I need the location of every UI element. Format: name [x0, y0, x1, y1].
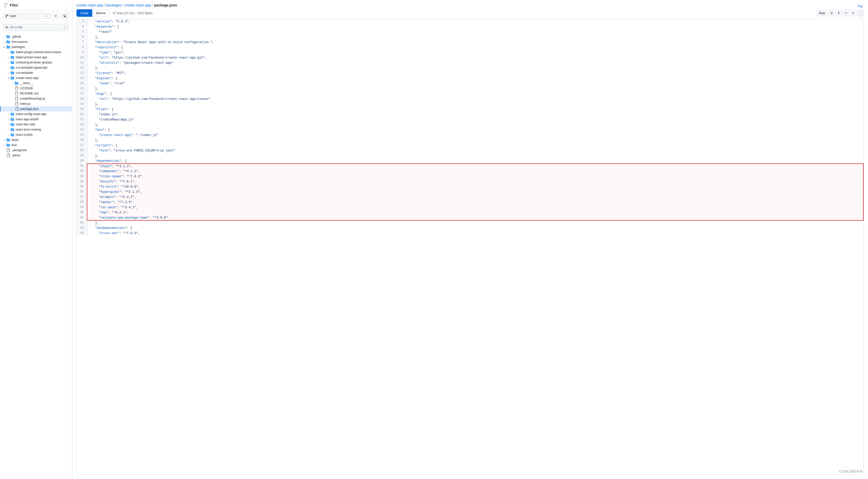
line-code: "index.js", [87, 112, 863, 117]
line-number: 6 [77, 35, 87, 40]
line-code: "fs-extra": "^10.0.0", [87, 184, 863, 190]
tree-item-createReactApp.js[interactable]: createReactApp.js [0, 96, 72, 101]
line-number: 25 [77, 133, 87, 138]
goto-file-label: Go to file [10, 26, 23, 29]
tree-item-create-react-app[interactable]: ▾create-react-app [0, 75, 72, 80]
file-icon [14, 92, 19, 95]
line-number: 15 [77, 81, 87, 86]
file-icon [14, 97, 19, 100]
tree-item-.alexignore[interactable]: .alexignore [0, 148, 72, 153]
tree-item-cra-template-typescript[interactable]: ›cra-template-typescript [0, 65, 72, 70]
branch-name: main [9, 14, 16, 18]
tree-item-label: create-react-app [16, 76, 38, 80]
table-row: 22 "createReactApp.js" [77, 117, 863, 122]
tree-item-react-scripts[interactable]: ›react-scripts [0, 132, 72, 137]
breadcrumb-link[interactable]: packages [106, 3, 122, 7]
caret-icon: › [6, 128, 10, 131]
line-number: 10 [77, 55, 87, 60]
tree-item-__tests__[interactable]: ›__tests__ [0, 80, 72, 86]
tree-item-.alexrc[interactable]: .alexrc [0, 153, 72, 158]
folder-icon [10, 61, 14, 64]
tree-item-react-app-polyfill[interactable]: ›react-app-polyfill [0, 117, 72, 122]
line-number: 30 [77, 159, 87, 164]
search-button[interactable] [61, 13, 69, 20]
tree-item-react-dev-utils[interactable]: ›react-dev-utils [0, 122, 72, 127]
edit-button[interactable]: ✏ [843, 10, 849, 16]
table-row: 42 }, [77, 220, 863, 226]
tree-item-README.md[interactable]: README.md [0, 91, 72, 96]
tree-item-github[interactable]: ›.github [0, 34, 72, 39]
tree-item-docusaurus[interactable]: ›docusaurus [0, 39, 72, 44]
line-code: "semver": "^7.3.5", [87, 200, 863, 205]
file-icon [15, 107, 19, 111]
line-number: 3 [77, 19, 87, 24]
caret-icon: › [2, 139, 6, 141]
add-file-button[interactable] [52, 13, 60, 20]
tree-item-react-error-overlay[interactable]: ›react-error-overlay [0, 127, 72, 132]
folder-icon [10, 66, 14, 69]
breadcrumb-current: package.json [154, 3, 177, 7]
table-row: 18 "url": "https://github.com/facebook/c… [77, 97, 863, 102]
breadcrumb-link[interactable]: create-react-app [76, 3, 103, 7]
more-button[interactable]: ▾ [850, 10, 856, 16]
folder-icon [14, 81, 19, 85]
table-row: 27 "scripts": { [77, 143, 863, 148]
tree-item-index.js[interactable]: index.js [0, 101, 72, 106]
raw-button[interactable]: Raw [816, 10, 828, 16]
table-row: 23 ], [77, 122, 863, 128]
line-code: "commander": "^4.1.1", [87, 169, 863, 174]
line-code: "scripts": { [87, 143, 863, 148]
line-number: 13 [77, 71, 87, 76]
table-row: 38 "semver": "^7.3.5", [77, 200, 863, 205]
tree-item-packages[interactable]: ▾packages [0, 44, 72, 49]
line-code: }, [87, 102, 863, 107]
line-code: "files": [ [87, 107, 863, 112]
fullscreen-button[interactable]: ⛶ [857, 10, 864, 16]
caret-icon: › [6, 61, 10, 64]
table-row: 29 }, [77, 153, 863, 159]
line-number: 26 [77, 138, 87, 143]
line-code: "createReactApp.js" [87, 117, 863, 122]
table-row: 43 "devDependencies": { [77, 226, 863, 231]
tree-item-cra-template[interactable]: ›cra-template [0, 70, 72, 75]
tree-item-babel-preset-react-app[interactable]: ›babel-preset-react-app [0, 55, 72, 60]
download-button[interactable]: ⬇ [835, 10, 842, 16]
branch-icon [5, 14, 8, 18]
goto-file-search[interactable]: Go to file t [3, 24, 69, 31]
tree-item-LICENSE[interactable]: LICENSE [0, 86, 72, 91]
branch-selector[interactable]: main [3, 13, 51, 19]
table-row: 30 "dependencies": { [77, 159, 863, 164]
line-number: 24 [77, 128, 87, 133]
tree-item-eslint-config-react-app[interactable]: ›eslint-config-react-app [0, 111, 72, 117]
top-link[interactable]: Top [858, 4, 863, 8]
breadcrumb-link[interactable]: create-react-app [125, 3, 151, 7]
tree-item-test[interactable]: ›test [0, 142, 72, 148]
tab-code[interactable]: Code [76, 9, 92, 17]
caret-icon: › [2, 144, 6, 146]
folder-icon [6, 143, 10, 147]
line-code: "bin": { [87, 128, 863, 133]
table-row: 14 "engines": { [77, 76, 863, 81]
line-code: }, [87, 220, 863, 226]
line-number: 37 [77, 195, 87, 200]
caret-icon: ▾ [2, 46, 6, 48]
line-number: 16 [77, 86, 87, 91]
folder-icon [10, 71, 14, 75]
tree-item-babel-plugin-named-asset-import[interactable]: ›babel-plugin-named-asset-import [0, 49, 72, 55]
tree-item-package.json[interactable]: package.json [0, 106, 72, 111]
file-icon [6, 148, 10, 152]
tab-blame[interactable]: Blame [92, 9, 110, 17]
line-code: "cross-spawn": "^7.0.3", [87, 174, 863, 179]
sidebar-title: Files [10, 3, 18, 7]
table-row: 26 }, [77, 138, 863, 143]
table-row: 24 "bin": { [77, 128, 863, 133]
line-code: }, [87, 138, 863, 143]
line-number: 32 [77, 169, 87, 174]
tree-item-label: babel-preset-react-app [16, 56, 47, 59]
tree-item-tasks[interactable]: ›tasks [0, 137, 72, 142]
line-number: 33 [77, 174, 87, 179]
code-area[interactable]: 3 "version": "5.0.1",4 "keywords": [5 "r… [76, 19, 864, 475]
tree-item-confusing-browser-globals[interactable]: ›confusing-browser-globals [0, 60, 72, 65]
table-row: 31 "chalk": "^4.1.2", [77, 164, 863, 169]
copy-button[interactable]: ⧉ [829, 10, 834, 16]
